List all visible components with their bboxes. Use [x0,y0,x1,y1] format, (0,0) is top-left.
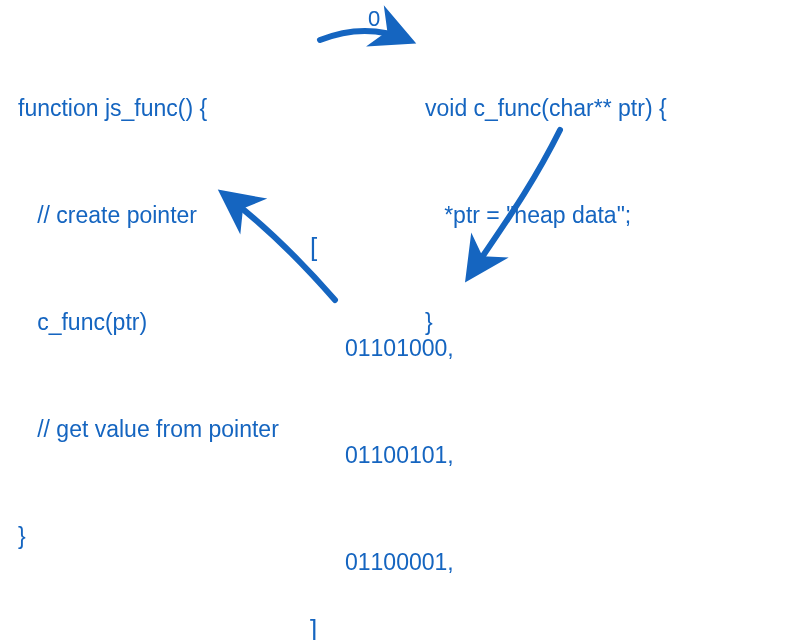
c-line-2: *ptr = "heap data"; [425,198,667,234]
byte-0: 01101000, [345,331,454,367]
byte-1: 01100101, [345,438,454,474]
zero-label: 0 [368,6,380,32]
byte-2: 01100001, [345,545,454,581]
diagram-canvas: function js_func() { // create pointer c… [0,0,800,640]
js-line-2: // create pointer [18,198,279,234]
js-function-block: function js_func() { // create pointer c… [18,20,279,626]
bracket-open: [ [310,232,317,263]
js-line-3: c_func(ptr) [18,305,279,341]
js-line-5: } [18,519,279,555]
byte-list: 01101000, 01100101, 01100001, 01110000, … [345,260,454,640]
bracket-close: ] [310,614,317,640]
c-line-1: void c_func(char** ptr) { [425,91,667,127]
arrow-js-to-c [320,31,408,40]
c-line-3: } [425,305,667,341]
js-line-1: function js_func() { [18,91,279,127]
js-line-4: // get value from pointer [18,412,279,448]
c-function-block: void c_func(char** ptr) { *ptr = "heap d… [425,20,667,412]
